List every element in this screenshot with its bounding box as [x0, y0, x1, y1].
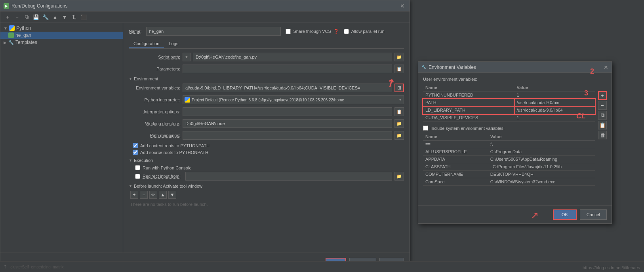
include-system-row: Include system environment variables:	[423, 126, 607, 131]
interpreter-dropdown-arrow: ▼	[398, 98, 402, 102]
env-row-name: CUDA_VISIBLE_DEVICES	[423, 114, 514, 122]
parameters-label: Parameters:	[129, 67, 180, 71]
script-path-row: Script path: ▼ 📁	[129, 53, 404, 61]
arrow-up-button[interactable]: ▲	[51, 13, 59, 21]
sidebar-item-templates[interactable]: ▶ 🔧 Templates	[0, 39, 123, 46]
execution-label: Execution	[134, 158, 153, 163]
before-launch-up[interactable]: ▲	[159, 191, 167, 199]
env-system-row[interactable]: APPDATAC:\Users\50657\AppData\Roaming	[423, 156, 595, 163]
sys-row-name: CLASSPATH	[423, 163, 488, 171]
another-button[interactable]: ⬛	[80, 13, 88, 21]
execution-section-header: ▼ Execution	[129, 158, 404, 163]
arrow-down-button[interactable]: ▼	[61, 13, 69, 21]
script-type-dropdown[interactable]: ▼	[183, 53, 191, 61]
env-user-row[interactable]: LD_LIBRARY_PATH/usr/local/cuda-9.0/lib64	[423, 107, 595, 114]
sys-row-value: :\	[488, 141, 595, 148]
sort-button[interactable]: ⇅	[70, 13, 78, 21]
execution-arrow: ▼	[129, 158, 132, 162]
env-user-row[interactable]: PATH/usr/local/cuda-9.0/bin	[423, 99, 595, 107]
interpreter-value: Project Default (Remote Python 3.6.8 (sf…	[192, 98, 397, 102]
path-mappings-row: Path mappings: 📁	[129, 131, 404, 140]
env-user-row[interactable]: CUDA_VISIBLE_DEVICES1	[423, 114, 595, 122]
add-content-roots-checkbox[interactable]	[133, 143, 138, 148]
run-python-console-checkbox[interactable]	[135, 165, 140, 170]
redirect-input-field[interactable]	[185, 172, 392, 181]
path-mappings-label: Path mappings:	[129, 133, 180, 138]
env-system-row[interactable]: ==:\	[423, 141, 595, 148]
top-bar: Name: Share through VCS ❓ Allow parallel…	[129, 27, 404, 36]
env-add-button[interactable]: +	[598, 91, 607, 100]
env-edit-buttons: + − ⧉ 📋 🗑	[598, 91, 607, 139]
path-mappings-input[interactable]	[183, 131, 392, 140]
env-vars-edit-button[interactable]: ⊞	[394, 84, 404, 92]
env-user-row[interactable]: PYTHONUNBUFFERED1	[423, 91, 595, 99]
before-launch-header: ▼ Before launch: Activate tool window	[129, 184, 404, 188]
top-toolbar: + − ⧉ 💾 🔧 ▲ ▼ ⇅ ⬛	[0, 11, 410, 23]
copy-config-button[interactable]: ⧉	[23, 13, 30, 21]
sys-row-value: C:\ProgramData	[488, 148, 595, 156]
env-system-row[interactable]: ComSpecC:\WINDOWS\system32\cmd.exe	[423, 178, 595, 186]
env-dialog-icon: 🔧	[421, 65, 426, 69]
parameters-browse-button[interactable]: 📋	[394, 65, 404, 73]
dialog-body: ▼ Python he_gan ▶ 🔧 Templates Name:	[0, 23, 410, 253]
user-env-table: Name Value PYTHONUNBUFFERED1PATH/usr/loc…	[423, 84, 595, 122]
working-dir-input[interactable]	[183, 119, 392, 128]
add-source-roots-checkbox[interactable]	[133, 150, 138, 155]
env-dialog-close-button[interactable]: ✕	[604, 64, 608, 70]
env-system-row[interactable]: CLASSPATH.;C:\Program Files\Java\jdk-11.…	[423, 163, 595, 171]
before-launch-remove[interactable]: −	[140, 191, 148, 199]
env-row-value: 1	[514, 91, 595, 99]
env-vars-input[interactable]	[183, 84, 392, 92]
status-text: clusterSelf_embedding_matrix	[10, 265, 64, 269]
before-launch-add[interactable]: +	[130, 191, 138, 199]
name-input[interactable]	[146, 27, 281, 36]
tab-configuration[interactable]: Configuration	[129, 40, 164, 48]
env-remove-button[interactable]: −	[598, 101, 607, 110]
parameters-input[interactable]	[183, 65, 392, 73]
help-icon[interactable]: ?	[4, 264, 6, 269]
include-system-checkbox[interactable]	[423, 126, 428, 131]
add-content-roots-label: Add content roots to PYTHONPATH	[140, 143, 210, 148]
annotation-number-3: 3	[584, 89, 588, 97]
system-env-table: Name Value ==:\ALLUSERSPROFILEC:\Program…	[423, 133, 595, 186]
col-value-header: Value	[514, 84, 595, 91]
remove-config-button[interactable]: −	[13, 13, 21, 21]
before-launch-down[interactable]: ▼	[168, 191, 176, 199]
add-config-button[interactable]: +	[4, 13, 11, 21]
main-dialog-close-button[interactable]: ✕	[398, 2, 406, 10]
script-path-input[interactable]	[193, 53, 392, 61]
interpreter-options-browse[interactable]: 📋	[394, 107, 404, 116]
working-dir-browse-button[interactable]: 📁	[394, 119, 404, 128]
redirect-input-row: Redirect input from: 📁	[129, 172, 404, 181]
sys-col-value-header: Value	[488, 133, 595, 141]
env-system-row[interactable]: ALLUSERSPROFILEC:\ProgramData	[423, 148, 595, 156]
path-mappings-browse[interactable]: 📁	[394, 131, 404, 140]
redirect-input-checkbox[interactable]	[135, 174, 140, 179]
allow-parallel-checkbox[interactable]	[344, 29, 349, 34]
settings-button[interactable]: 🔧	[42, 13, 50, 21]
python-label: Python	[16, 25, 31, 31]
redirect-input-label: Redirect input from:	[143, 174, 181, 179]
redirect-input-browse[interactable]: 📁	[394, 172, 404, 181]
tab-logs[interactable]: Logs	[164, 40, 183, 48]
config-sidebar: ▼ Python he_gan ▶ 🔧 Templates	[0, 23, 123, 253]
before-launch-edit[interactable]: ✏	[149, 191, 157, 199]
tabs-bar: Configuration Logs	[129, 40, 404, 49]
environment-section-header: ▼ Environment	[129, 76, 404, 81]
env-ok-button[interactable]: OK	[553, 209, 577, 220]
interpreter-options-input[interactable]	[183, 107, 392, 116]
sidebar-item-he-gan[interactable]: he_gan	[0, 32, 123, 39]
interpreter-options-label: Interpreter options:	[129, 109, 180, 114]
sidebar-item-python[interactable]: ▼ Python	[0, 25, 123, 32]
env-system-row[interactable]: COMPUTERNAMEDESKTOP-VHHB4QH	[423, 171, 595, 178]
share-vcs-checkbox[interactable]	[286, 29, 291, 34]
he-gan-icon	[8, 32, 14, 38]
interpreter-select[interactable]: Project Default (Remote Python 3.6.8 (sf…	[183, 95, 404, 104]
script-browse-button[interactable]: 📁	[394, 53, 404, 61]
run-python-console-row: Run with Python Console	[129, 165, 404, 170]
save-config-button[interactable]: 💾	[32, 13, 40, 21]
add-source-roots-row: Add source roots to PYTHONPATH	[129, 150, 404, 155]
env-cancel-button[interactable]: Cancel	[580, 209, 607, 220]
env-paste-button[interactable]: 📋	[598, 121, 607, 129]
env-copy-button[interactable]: ⧉	[598, 111, 607, 120]
